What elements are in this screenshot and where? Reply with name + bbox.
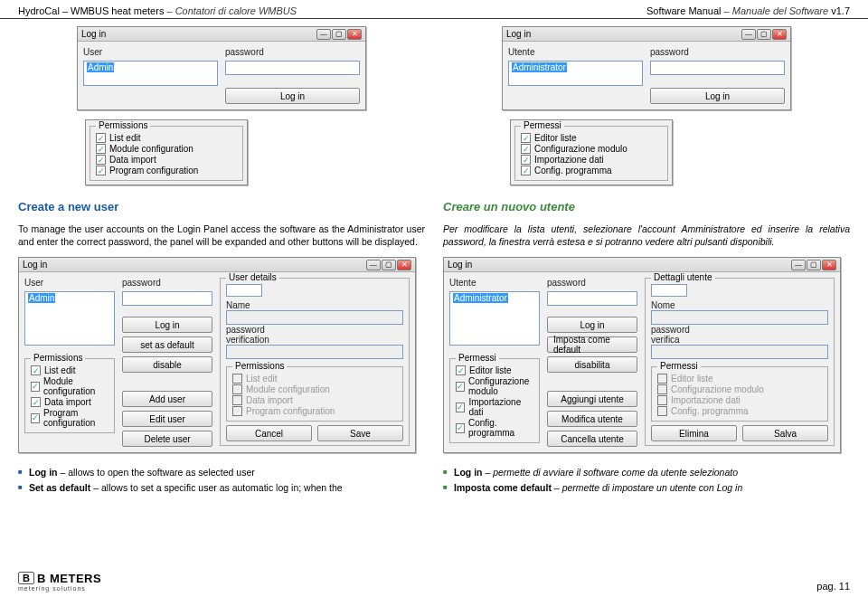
login-window-ext-it: Log in — ▢ ✕ Utente Administrator Permes… [443,257,841,453]
add-user-button[interactable]: Add user [122,391,212,407]
product-name: HydroCal – WMBUS heat meters [18,5,164,16]
save-button[interactable]: Salva [742,425,828,441]
id-input[interactable] [226,284,262,297]
login-button[interactable]: Log in [122,317,212,333]
login-window-it: Log in — ▢ ✕ Utente Administrator passwo… [502,26,791,110]
perm-import-dati[interactable]: ✓Importazione dati [521,155,662,165]
perm-data-import-dis: Data import [232,395,397,405]
close-icon[interactable]: ✕ [347,29,362,40]
heading-create-user-en: Create a new user [18,200,425,213]
bullet-set-default-it: Imposta come default – permette di impos… [443,481,850,494]
close-icon[interactable]: ✕ [822,260,836,270]
perm-editor-liste[interactable]: ✓Editor liste [521,133,662,143]
page-footer: B B METERS metering solutions pag. 11 [18,572,850,592]
name-input[interactable] [651,310,828,325]
password-input[interactable] [225,61,360,75]
permissions-panel-it: Permessi ✓Editor liste ✓Configurazione m… [510,119,673,185]
version: v1.7 [831,5,850,16]
perm-config-programma[interactable]: ✓Config. programma [521,166,662,175]
delete-user-button[interactable]: Cancella utente [547,431,637,447]
minimize-icon[interactable]: — [316,29,331,40]
password-label: password [122,278,212,288]
cancel-button[interactable]: Cancel [226,425,312,441]
edit-user-button[interactable]: Modifica utente [547,411,637,427]
brand-name: B METERS [37,573,101,584]
delete-user-button[interactable]: Delete user [122,431,212,447]
perm-data-import[interactable]: ✓Data import [31,397,108,407]
permissions-title: Permessi [456,353,499,363]
permissions-title-inner: Permissions [232,361,287,371]
edit-user-button[interactable]: Edit user [122,411,212,427]
disable-button[interactable]: disabilita [547,356,637,373]
perm-data-import[interactable]: ✓Data import [96,155,237,165]
user-listbox[interactable]: Administrator [508,61,643,86]
close-icon[interactable]: ✕ [397,260,411,270]
save-button[interactable]: Save [317,425,403,441]
login-button[interactable]: Log in [650,88,785,104]
perm-program-config[interactable]: ✓Program configuration [96,166,237,175]
id-input[interactable] [651,284,687,297]
perm-program-config[interactable]: ✓Program configuration [31,408,108,428]
password-input[interactable] [650,61,785,75]
perm-editor-liste-dis: Editor liste [657,374,822,384]
login-window-en: Log in — ▢ ✕ User Admin password Log in [77,26,366,110]
name-label: Nome [651,300,828,310]
manual-name-it: – Manuale del Software [724,5,829,16]
password-input[interactable] [122,291,212,306]
minimize-icon[interactable]: — [741,29,756,40]
manual-name: Software Manual [646,5,722,16]
perm-import-dati-dis: Importazione dati [657,395,822,405]
bullet-login-it: Log in – permette di avviare il software… [443,466,850,479]
disable-button[interactable]: disable [122,356,212,373]
window-title: Log in [448,260,472,270]
maximize-icon[interactable]: ▢ [332,29,346,40]
minimize-icon[interactable]: — [791,260,806,270]
login-button[interactable]: Log in [225,88,360,104]
window-title: Log in [23,260,47,270]
name-label: Name [226,300,403,310]
perm-module-config[interactable]: ✓Module configuration [31,376,108,396]
login-button[interactable]: Log in [547,317,637,333]
password-input[interactable] [547,291,637,306]
perm-config-modulo[interactable]: ✓Configurazione modulo [456,376,533,396]
bullet-set-default-en: Set as default – allows to set a specifi… [18,481,425,494]
perm-list-edit[interactable]: ✓List edit [96,133,237,143]
perm-import-dati[interactable]: ✓Importazione dati [456,397,533,417]
set-default-button[interactable]: set as default [122,336,212,353]
user-details-title: User details [226,272,279,282]
minimize-icon[interactable]: — [366,260,381,270]
maximize-icon[interactable]: ▢ [807,260,821,270]
login-window-ext-en: Log in — ▢ ✕ User Admin Permissions ✓Lis… [18,257,416,453]
user-listbox[interactable]: Administrator [449,291,540,346]
maximize-icon[interactable]: ▢ [757,29,771,40]
body-text-en: To manage the user accounts on the Login… [18,223,425,248]
perm-list-edit-dis: List edit [232,374,397,384]
bullet-list-en: Log in – allows to open the software as … [18,466,425,493]
perm-config-programma[interactable]: ✓Config. programma [456,418,533,438]
user-listbox[interactable]: Admin [83,61,218,86]
permissions-title: Permessi [521,120,564,130]
close-icon[interactable]: ✕ [772,29,787,40]
permissions-panel-en: Permissions ✓List edit ✓Module configura… [85,119,248,185]
brand-logo: B B METERS metering solutions [18,572,101,592]
bullet-list-it: Log in – permette di avviare il software… [443,466,850,493]
user-details-title: Dettagli utente [651,272,715,282]
brand-tagline: metering solutions [18,585,101,592]
add-user-button[interactable]: Aggiungi utente [547,391,637,407]
user-listbox[interactable]: Admin [24,291,115,346]
name-input[interactable] [226,310,403,325]
perm-list-edit[interactable]: ✓List edit [31,365,108,375]
password-label: password [547,278,637,288]
cancel-button[interactable]: Elimina [651,425,737,441]
maximize-icon[interactable]: ▢ [382,260,396,270]
set-default-button[interactable]: Imposta come default [547,336,637,353]
perm-editor-liste[interactable]: ✓Editor liste [456,365,533,375]
password-verify-input[interactable] [226,345,403,359]
password-label: password [225,47,360,57]
window-title: Log in [506,29,531,39]
perm-module-config-dis: Module configuration [232,384,397,394]
password-verify-input[interactable] [651,345,828,359]
perm-module-config[interactable]: ✓Module configuration [96,144,237,154]
perm-config-modulo[interactable]: ✓Configurazione modulo [521,144,662,154]
perm-config-programma-dis: Config. programma [657,406,822,416]
